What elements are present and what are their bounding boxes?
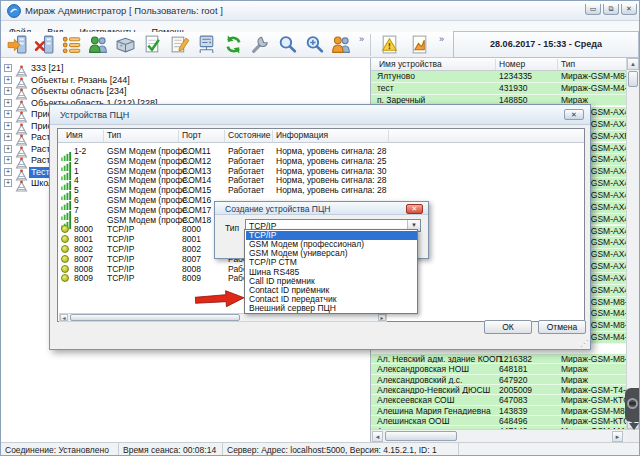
table-row[interactable]: Александровский д.с.647920Мираж [371,375,626,385]
scroll-thumb[interactable] [70,314,240,321]
table-row[interactable]: Ялтуново1234335Мираж-GSM-M8-03 [371,71,626,83]
cell-device-type: Мираж [561,375,588,385]
tree-expander-icon[interactable]: + [4,99,12,107]
toolbar-separator [370,34,371,56]
tree-expander-icon[interactable]: + [4,168,12,176]
vertical-scrollbar[interactable]: ▲ ▼ [626,58,639,429]
scroll-right-button[interactable]: ► [612,431,623,442]
devices-dialog-titlebar[interactable]: Устройства ПЦН ✕ [50,105,590,125]
table-row[interactable]: Алексеевская СОШ647083Мираж-GSM-КТС-03 [371,395,626,405]
column-header[interactable]: Тип [561,58,575,70]
search-zoom-button[interactable] [302,33,328,57]
users-group-button[interactable] [86,33,112,57]
pcn-device-row[interactable]: 1-2GSM Модем (профе...COM11РаботаетНорма… [58,146,584,156]
cell-device-name: Александровская НОШ [377,364,469,374]
tree-expander-icon[interactable]: + [4,179,12,187]
scroll-up-button[interactable]: ▲ [627,58,639,70]
tcp-device-icon [61,235,69,243]
restore-button[interactable]: ⧉ [603,4,619,15]
create-dialog-titlebar[interactable]: Создание устройства ПЦН ✕ [215,202,428,215]
column-header[interactable]: Имя [66,130,83,140]
tree-expander-icon[interactable]: + [4,64,12,72]
device-box-button[interactable] [113,33,139,57]
site-node-icon [15,167,28,178]
toolbar: » » 28.06.2017 - 15:33 - Среда [1,32,640,58]
status-server: Сервер: Адрес: localhost:5000, Версия: 4… [223,443,459,456]
toolbar-overflow-chevron[interactable]: » [359,34,364,44]
pcn-device-row[interactable]: 5GSM Модем (профе...COM15РаботаетНорма, … [58,185,584,195]
tree-expander-icon[interactable]: + [4,133,12,141]
tree-item[interactable]: +Объекты область [234] [1,86,371,97]
close-button[interactable]: ✕ [621,4,637,15]
cell-type: TCP/IP [107,244,134,254]
table-row[interactable]: Александро-Невский ДЮСШ2005009Мираж-GSM-… [371,385,626,395]
column-header[interactable]: Состояние [228,130,270,140]
cell-state: Работает [228,166,264,176]
horizontal-scrollbar[interactable]: ◄ ► [371,429,640,442]
cell-type: GSM Модем (профе... [107,215,194,225]
cell-name: 8008 [74,264,93,274]
column-header[interactable]: Номер [499,58,525,70]
create-dialog-close-button[interactable]: ✕ [406,204,423,214]
doc-check-button[interactable] [140,33,166,57]
report-chart-button[interactable] [407,33,433,57]
cell-device-number: 647083 [499,395,527,405]
scroll-left-button[interactable]: ◄ [372,431,383,442]
window-title: Мираж Администратор [ Пользователь: root… [25,5,223,16]
tree-expander-icon[interactable]: + [4,76,12,84]
tree-item[interactable]: +Объекты г. Рязань [244] [1,75,371,86]
server-connect-button[interactable] [5,33,31,57]
devices-dialog-close-button[interactable]: ✕ [564,109,584,120]
column-header[interactable]: Порт [182,130,201,140]
resize-grip[interactable]: ⋰ [580,340,588,348]
pcn-device-row[interactable]: 2GSM Модем (профе...COM12РаботаетНорма, … [58,156,584,166]
cell-type: TCP/IP [107,224,134,234]
cell-info: Норма, уровень сигнала: 30 [276,166,387,176]
tree-expander-icon[interactable]: + [4,110,12,118]
network-server-button[interactable] [194,33,220,57]
scroll-thumb[interactable] [385,431,457,441]
refresh-button[interactable] [221,33,247,57]
table-row[interactable]: тест431930Мираж-GSM-M4-03 [371,83,626,95]
doc-edit-button[interactable] [167,33,193,57]
wrench-button[interactable] [248,33,274,57]
cell-port: COM15 [182,185,211,195]
status-session: Время сеанса: 00:08:14 [119,443,223,456]
column-header[interactable]: Информация [276,130,328,140]
site-node-icon [15,144,28,155]
table-row[interactable]: Ал. Невский адм. здание КООП1216382Мираж… [371,354,626,364]
pcn-table-hscrollbar[interactable]: ◄ ► [59,313,387,322]
server-disconnect-button[interactable] [32,33,58,57]
table-row[interactable]: Алешинская ООШ648496Мираж-GSM-КТС-03 [371,416,626,426]
cell-device-type: Мираж-GSM-КТС-03 [561,395,626,405]
toolbar-overflow-chevron-2[interactable]: » [439,34,444,44]
task-list-button[interactable] [59,33,85,57]
tree-item[interactable]: +333 [21] [1,63,371,74]
header-separator [495,59,496,70]
report-alert-button[interactable] [377,33,403,57]
minimize-button[interactable]: ▭ [585,4,601,15]
site-node-icon [15,63,28,74]
scroll-left-button[interactable]: ◄ [60,314,68,321]
table-row[interactable]: Александровская НОШ648181Мираж [371,364,626,374]
app-window: Мираж Администратор [ Пользователь: root… [0,0,640,456]
pcn-device-row[interactable]: 4GSM Модем (профе...COM14РаботаетНорма, … [58,175,584,185]
screen-overlay-widget[interactable] [625,388,640,422]
cancel-button[interactable]: Отмена [538,320,586,334]
column-header[interactable]: Имя устройства [379,58,442,70]
dropdown-option[interactable]: Внешний сервер ПЦН [246,304,417,313]
tree-expander-icon[interactable]: + [4,156,12,164]
tree-expander-icon[interactable]: + [4,145,12,153]
tree-expander-icon[interactable]: + [4,122,12,130]
operators-button[interactable] [329,33,355,57]
cell-port: COM17 [182,205,211,215]
scroll-right-button[interactable]: ► [378,314,386,321]
scroll-thumb[interactable] [628,71,638,87]
cell-port: 8009 [182,273,201,283]
search-button[interactable] [275,33,301,57]
column-header[interactable]: Тип [107,130,121,140]
pcn-device-row[interactable]: 1GSM Модем (профе...COM13РаботаетНорма, … [58,166,584,176]
table-row[interactable]: Алешина Мария Генадиевна143839Мираж-GSM-… [371,406,626,416]
tree-expander-icon[interactable]: + [4,87,12,95]
ok-button[interactable]: ОК [484,320,532,334]
